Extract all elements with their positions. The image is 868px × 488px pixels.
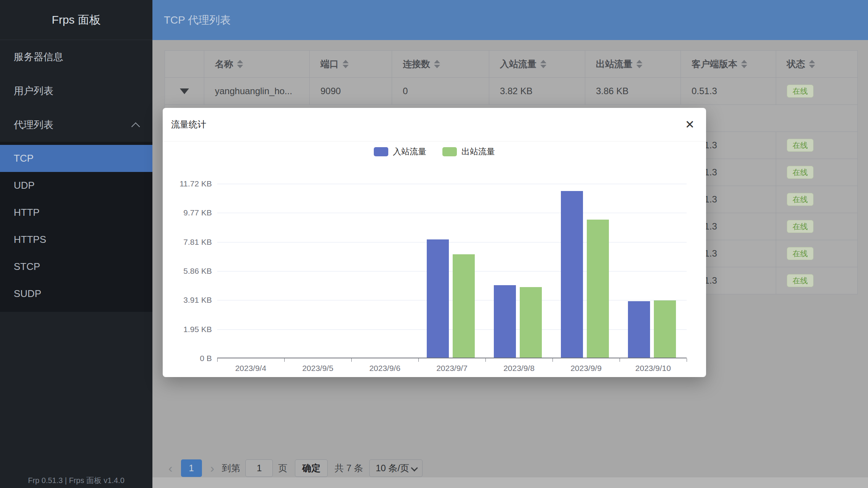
column-header-connections[interactable]: 连接数 bbox=[392, 51, 489, 78]
goto-page-input[interactable] bbox=[245, 459, 273, 477]
x-axis-tick bbox=[620, 358, 620, 362]
cell-connections: 0 bbox=[392, 78, 489, 105]
column-header-traffic-in[interactable]: 入站流量 bbox=[489, 51, 585, 78]
traffic-stats-dialog: 流量统计 ✕ 入站流量出站流量 0 B1.95 KB3.91 KB5.86 KB… bbox=[163, 108, 706, 377]
gridline bbox=[217, 213, 687, 213]
dialog-title: 流量统计 bbox=[171, 119, 206, 130]
y-axis-tick-label: 7.81 KB bbox=[156, 238, 212, 247]
legend-label: 入站流量 bbox=[393, 146, 426, 157]
x-axis-label: 2023/9/10 bbox=[620, 364, 687, 373]
sort-carets-icon[interactable] bbox=[636, 60, 642, 68]
sidebar-menu: 服务器信息用户列表代理列表 bbox=[0, 40, 152, 142]
status-badge: 在线 bbox=[787, 193, 814, 206]
next-page-button[interactable]: › bbox=[207, 461, 218, 475]
dialog-header: 流量统计 ✕ bbox=[163, 108, 706, 141]
sort-carets-icon[interactable] bbox=[540, 60, 546, 68]
sidebar-subitem-stcp[interactable]: STCP bbox=[0, 253, 152, 280]
cell-client-version: 0.51.3 bbox=[681, 78, 776, 105]
close-icon[interactable]: ✕ bbox=[685, 119, 695, 130]
gridline bbox=[217, 271, 687, 271]
sort-carets-icon[interactable] bbox=[809, 60, 815, 68]
outbound-bar-2023/9/8 bbox=[520, 287, 542, 358]
column-header-name[interactable]: 名称 bbox=[204, 51, 310, 78]
sidebar-subitem-udp[interactable]: UDP bbox=[0, 172, 152, 199]
sidebar-item-server-info[interactable]: 服务器信息 bbox=[0, 40, 152, 74]
gridline bbox=[217, 300, 687, 300]
x-axis-label: 2023/9/7 bbox=[418, 364, 485, 373]
goto-label: 到第 bbox=[222, 462, 240, 474]
sidebar-subitem-tcp[interactable]: TCP bbox=[0, 145, 152, 172]
sidebar-item-label: 代理列表 bbox=[14, 118, 53, 132]
inbound-bar-2023/9/9 bbox=[561, 191, 583, 358]
status-badge: 在线 bbox=[787, 139, 814, 152]
sidebar-item-proxy-list[interactable]: 代理列表 bbox=[0, 108, 152, 142]
inbound-bar-2023/9/7 bbox=[427, 239, 449, 358]
prev-page-button[interactable]: ‹ bbox=[165, 461, 176, 475]
sidebar-subitem-http[interactable]: HTTP bbox=[0, 199, 152, 226]
chevron-up-icon bbox=[131, 122, 140, 131]
sort-carets-icon[interactable] bbox=[741, 60, 747, 68]
sidebar-subitem-sudp[interactable]: SUDP bbox=[0, 280, 152, 307]
y-axis-tick-label: 5.86 KB bbox=[156, 266, 212, 276]
x-axis-label: 2023/9/5 bbox=[284, 364, 351, 373]
cell-traffic-in: 3.82 KB bbox=[489, 78, 585, 105]
cell-status: 在线 bbox=[776, 267, 858, 294]
cell-status: 在线 bbox=[776, 78, 858, 105]
column-label: 入站流量 bbox=[500, 58, 536, 70]
current-page-button[interactable]: 1 bbox=[181, 459, 202, 477]
table-header-row: 名称端口连接数入站流量出站流量客户端版本状态 bbox=[165, 51, 858, 78]
bottom-strip bbox=[152, 477, 868, 488]
page-title: TCP 代理列表 bbox=[164, 13, 231, 27]
column-header-status[interactable]: 状态 bbox=[776, 51, 858, 78]
total-count-label: 共 7 条 bbox=[335, 462, 363, 474]
app-title: Frps 面板 bbox=[0, 0, 152, 40]
page-size-value: 10 条/页 bbox=[376, 462, 409, 474]
sidebar-item-user-list[interactable]: 用户列表 bbox=[0, 74, 152, 108]
pagination: ‹ 1 › 到第 页 确定 共 7 条 10 条/页 bbox=[165, 459, 423, 477]
chart-legend: 入站流量出站流量 bbox=[163, 146, 706, 157]
page-header: TCP 代理列表 bbox=[152, 0, 868, 40]
cell-traffic-out: 3.86 KB bbox=[585, 78, 681, 105]
confirm-button[interactable]: 确定 bbox=[295, 459, 328, 477]
traffic-bar-chart: 0 B1.95 KB3.91 KB5.86 KB7.81 KB9.77 KB11… bbox=[217, 184, 687, 358]
legend-label: 出站流量 bbox=[461, 146, 495, 157]
column-label: 状态 bbox=[787, 58, 805, 70]
chevron-down-icon bbox=[411, 464, 418, 471]
legend-item-outbound[interactable]: 出站流量 bbox=[442, 146, 495, 157]
inbound-bar-2023/9/10 bbox=[628, 301, 650, 358]
y-axis-tick-label: 0 B bbox=[156, 354, 212, 363]
cell-port: 9090 bbox=[310, 78, 392, 105]
gridline bbox=[217, 242, 687, 242]
y-axis-tick-label: 3.91 KB bbox=[156, 295, 212, 305]
x-axis-tick bbox=[284, 358, 285, 362]
column-label: 端口 bbox=[320, 58, 339, 70]
column-label: 客户端版本 bbox=[692, 58, 737, 70]
sort-carets-icon[interactable] bbox=[237, 60, 243, 68]
sidebar-item-label: 服务器信息 bbox=[14, 50, 63, 64]
row-expand-arrow[interactable] bbox=[165, 78, 204, 105]
cell-status: 在线 bbox=[776, 132, 858, 159]
sidebar-subitem-https[interactable]: HTTPS bbox=[0, 226, 152, 253]
status-badge: 在线 bbox=[787, 247, 814, 260]
page-size-select[interactable]: 10 条/页 bbox=[369, 459, 423, 477]
column-header-client-version[interactable]: 客户端版本 bbox=[681, 51, 776, 78]
x-axis-label: 2023/9/6 bbox=[351, 364, 418, 373]
inbound-bar-2023/9/8 bbox=[494, 285, 516, 358]
column-header-traffic-out[interactable]: 出站流量 bbox=[585, 51, 681, 78]
y-axis-tick-label: 1.95 KB bbox=[156, 325, 212, 334]
legend-item-inbound[interactable]: 入站流量 bbox=[374, 146, 426, 157]
sort-carets-icon[interactable] bbox=[343, 60, 349, 68]
sort-carets-icon[interactable] bbox=[434, 60, 440, 68]
x-axis-tick bbox=[553, 358, 553, 362]
page-unit-label: 页 bbox=[278, 462, 287, 474]
sidebar: Frps 面板 服务器信息用户列表代理列表 TCPUDPHTTPHTTPSSTC… bbox=[0, 0, 152, 488]
table-row: yanghuanglin_ho...909003.82 KB3.86 KB0.5… bbox=[165, 78, 858, 105]
y-axis-tick-label: 11.72 KB bbox=[156, 179, 212, 188]
status-badge: 在线 bbox=[787, 166, 814, 179]
expand-column-header bbox=[165, 51, 204, 78]
x-axis-label: 2023/9/9 bbox=[553, 364, 620, 373]
x-axis-label: 2023/9/4 bbox=[217, 364, 284, 373]
cell-name: yanghuanglin_ho... bbox=[204, 78, 310, 105]
x-axis-label: 2023/9/8 bbox=[485, 364, 553, 373]
column-header-port[interactable]: 端口 bbox=[310, 51, 392, 78]
